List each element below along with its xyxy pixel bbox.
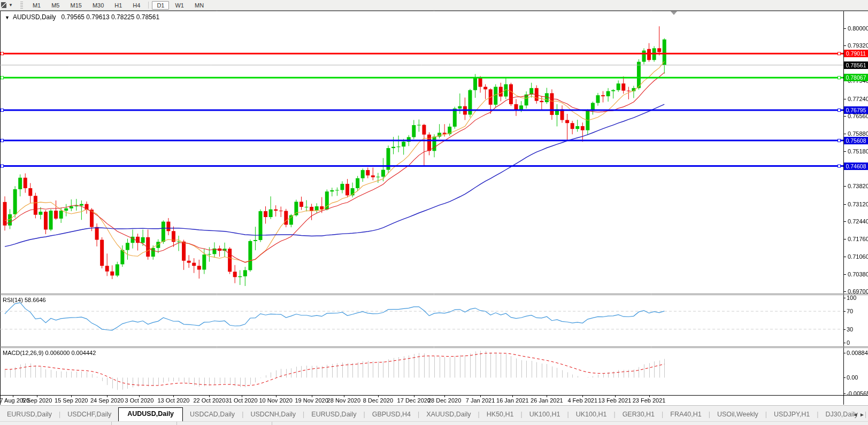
date-axis-label: 28 Dec 2020 [428,397,461,404]
price-level-badge: 0.76795 [844,106,868,114]
date-axis-label: 22 Oct 2020 [193,397,225,404]
rsi-axis-tick: 100 [847,295,856,301]
date-axis-label: 28 Nov 2020 [327,397,360,404]
timeframe-button-m5[interactable]: M5 [47,1,64,10]
date-axis-label: 26 Jan 2021 [531,397,563,404]
chart-tabbar: EURUSD,Daily|USDCHF,DailyAUDUSD,DailyUSD… [0,405,868,421]
date-axis-label: 5 Sep 2020 [22,397,52,404]
chart-canvas[interactable] [0,0,868,425]
date-axis-label: 13 Oct 2020 [158,397,190,404]
chart-tab-usdcad-daily[interactable]: USDCAD,Daily [183,408,242,421]
statusbar-divider [272,422,272,425]
rsi-axis-tick: 30 [847,326,853,333]
date-axis-label: 7 Jan 2021 [466,397,495,404]
date-axis-label: 8 Dec 2020 [363,397,393,404]
price-axis-tick: 0.71060 [848,253,868,260]
chart-tab-eurusd-daily[interactable]: EURUSD,Daily [304,408,363,421]
price-axis-tick: 0.72440 [848,218,868,225]
collapse-triangle-icon[interactable]: ▼ [5,15,10,20]
price-axis-tick: 0.80000 [848,25,868,32]
price-axis-tick: 0.75880 [848,130,868,137]
toolbar-separator [148,2,149,9]
chart-shift-marker-icon[interactable] [671,11,677,15]
date-axis-label: 24 Sep 2020 [90,397,124,404]
chart-title: ▼AUDUSD,Daily0.79565 0.79613 0.78225 0.7… [5,13,159,21]
timeframe-button-w1[interactable]: W1 [170,1,189,10]
date-axis-label: 17 Dec 2020 [397,397,431,404]
chart-tab-usdcnh-daily[interactable]: USDCNH,Daily [243,408,303,421]
chart-tab-fra40-h1[interactable]: FRA40,H1 [663,408,708,421]
price-axis-tick: 0.76560 [848,113,868,119]
chart-tab-audusd-daily[interactable]: AUDUSD,Daily [118,407,183,421]
status-bar [0,421,868,425]
chart-tool-icon[interactable] [1,2,6,8]
statusbar-divider [176,422,177,425]
chart-symbol-label: AUDUSD,Daily [13,13,56,21]
price-level-badge: 0.78067 [844,74,868,81]
price-axis-tick: 0.71760 [848,236,868,242]
date-axis-label: 4 Feb 2021 [567,397,597,404]
chart-tab-hk50-h1[interactable]: HK50,H1 [480,408,521,421]
timeframe-button-h4[interactable]: H4 [128,1,145,10]
price-axis-tick: 0.69700 [848,288,868,295]
tab-scroll-right-icon[interactable]: ► [859,412,866,418]
statusbar-divider [111,422,112,425]
date-axis-label: 10 Nov 2020 [259,397,292,404]
price-level-badge: 0.75608 [844,137,868,144]
chart-tab-uk100-h1[interactable]: UK100,H1 [569,408,614,421]
chevron-down-icon[interactable]: ▼ [9,3,13,7]
price-axis-tick: 0.73820 [848,183,868,189]
macd-axis-tick: -0.005651 [847,390,868,397]
timeframe-toolbar: ▼ M1M5M15M30H1H4D1W1MN [0,0,868,11]
mt4-window: ▼ M1M5M15M30H1H4D1W1MN ▼AUDUSD,Daily0.79… [0,0,868,425]
date-axis-label: 15 Sep 2020 [55,397,88,404]
price-axis-tick: 0.75180 [848,148,868,154]
rsi-label: RSI(14) 58.6646 [3,297,46,303]
date-axis-label: 13 Feb 2021 [598,397,632,404]
timeframe-button-m30[interactable]: M30 [88,1,109,10]
timeframe-button-m15[interactable]: M15 [65,1,86,10]
macd-axis-tick: 0.00884 [847,350,868,356]
rsi-axis-tick: 0 [847,339,850,346]
date-axis-label: 3 Oct 2020 [125,397,154,404]
price-axis-tick: 0.79320 [848,42,868,49]
tab-scroll-left-icon[interactable]: ◄ [852,412,859,418]
timeframe-button-h1[interactable]: H1 [110,1,127,10]
chart-tab-usoil-weekly[interactable]: USOil,Weekly [710,408,765,421]
price-axis-tick: 0.70380 [848,271,868,277]
date-axis-label: 31 Oct 2020 [226,397,258,404]
price-level-badge: 0.79011 [844,50,868,57]
chart-ohlc-values: 0.79565 0.79613 0.78225 0.78561 [62,13,160,21]
toolbar-drag-handle[interactable] [20,2,23,9]
timeframe-button-m1[interactable]: M1 [28,1,45,10]
price-axis-tick: 0.77240 [848,96,868,102]
chart-tab-gbpusd-h4[interactable]: GBPUSD,H4 [365,408,418,421]
current-price-badge: 0.78561 [844,61,868,69]
date-axis-label: 23 Feb 2021 [633,397,666,404]
macd-axis-tick: 0.00 [847,374,858,381]
price-level-badge: 0.74608 [844,163,868,170]
date-axis-label: 16 Jan 2021 [496,397,529,404]
price-axis-tick: 0.73120 [848,201,868,207]
timeframe-button-mn[interactable]: MN [190,1,209,10]
chart-tab-uk100-h1[interactable]: UK100,H1 [523,408,567,421]
chart-tab-usdjpy-h1[interactable]: USDJPY,H1 [767,408,817,421]
chart-tab-eurusd-daily[interactable]: EURUSD,Daily [0,408,59,421]
macd-label: MACD(12,26,9) 0.006000 0.004442 [3,350,96,356]
chart-tab-xauusd-daily[interactable]: XAUUSD,Daily [419,408,478,421]
chart-tab-usdchf-daily[interactable]: USDCHF,Daily [60,408,118,421]
tab-scroll-arrows[interactable]: ◄► [852,412,866,418]
timeframe-button-d1[interactable]: D1 [152,1,169,10]
rsi-axis-tick: 70 [847,308,853,314]
date-axis-label: 19 Nov 2020 [295,397,328,404]
chart-tab-ger30-h1[interactable]: GER30,H1 [616,408,662,421]
